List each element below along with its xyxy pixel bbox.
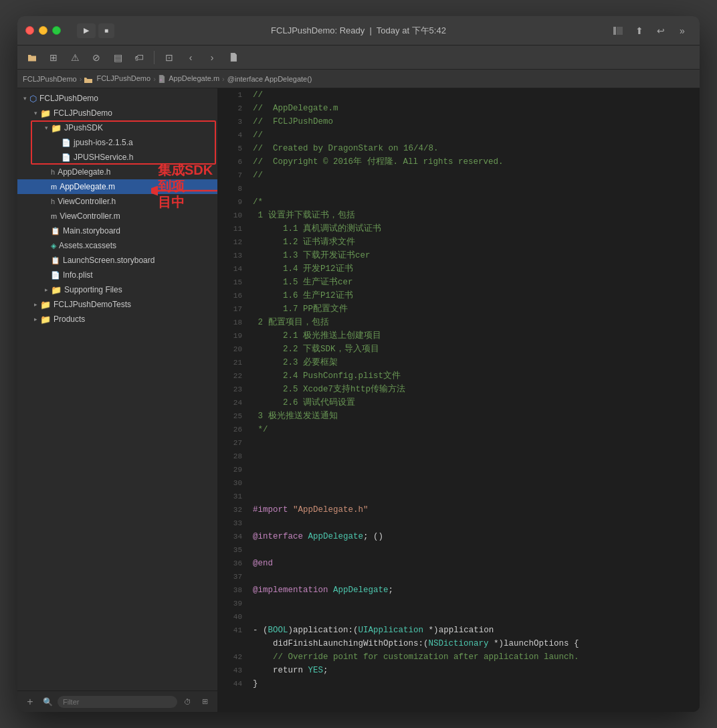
- breadcrumb-4[interactable]: @interface AppDelegate(): [227, 75, 312, 83]
- tree-item-appdelegate-m[interactable]: ▸ m AppDelegate.m: [17, 179, 217, 194]
- sidebar-toggle-btn[interactable]: [609, 22, 627, 39]
- ln-23: 23: [221, 383, 242, 396]
- layout-btn[interactable]: ⊡: [160, 49, 179, 66]
- ln-3: 3: [221, 115, 242, 128]
- ln-24: 24: [221, 396, 242, 410]
- recent-icon[interactable]: ⏱: [180, 695, 195, 709]
- minimize-button[interactable]: [39, 26, 47, 35]
- code-line-12: 1.2 证书请求文件: [253, 236, 686, 249]
- code-line-42: // Override point for customization afte…: [253, 650, 686, 664]
- code-line-20: 2.2 下载SDK，导入项目: [253, 343, 686, 356]
- editor-scrollbar[interactable]: [692, 88, 700, 712]
- code-line-25: 3 极光推送发送通知: [253, 410, 686, 423]
- tree-item-supporting[interactable]: ▸ 📁 Supporting Files: [17, 282, 217, 297]
- ln-43: 43: [221, 664, 242, 677]
- tree-label-group1: FCLJPushDemo: [54, 108, 112, 118]
- code-line-41: - (BOOL)application:(UIApplication *)app…: [253, 624, 686, 637]
- breadcrumb-3[interactable]: m AppDelegate.m: [159, 74, 219, 83]
- tree-item-products[interactable]: ▸ 📁 Products: [17, 312, 217, 327]
- tree-item-appdelegate-h[interactable]: ▸ h AppDelegate.h: [17, 165, 217, 179]
- ln-15: 15: [221, 276, 242, 289]
- tree-item-main-storyboard[interactable]: ▸ 📋 Main.storyboard: [17, 223, 217, 238]
- breadcrumb-1[interactable]: FCLJPushDemo: [23, 75, 77, 83]
- ln-17: 17: [221, 302, 242, 316]
- code-line-44: }: [253, 677, 686, 691]
- grid-btn[interactable]: ▤: [108, 49, 127, 66]
- tree-item-jpushsdk[interactable]: ▾ 📁 JPushSDK: [17, 120, 217, 135]
- tree-item-jpush-lib[interactable]: ▸ 📄 jpush-ios-2.1.5.a: [17, 135, 217, 150]
- tree-item-jpush-service[interactable]: ▸ 📄 JPUSHService.h: [17, 150, 217, 165]
- enter-btn[interactable]: ↩: [651, 22, 670, 39]
- title-time: Today at 下午5:42: [377, 25, 446, 35]
- line-numbers: 1 2 3 4 5 6 7 8 9 10 11 12 13 14 15 16 1: [218, 88, 247, 712]
- title-bar: FCLJPushDemo: Ready | Today at 下午5:42 ⬆ …: [17, 16, 700, 46]
- tree-item-group1[interactable]: ▾ 📁 FCLJPushDemo: [17, 106, 217, 120]
- editor: 1 2 3 4 5 6 7 8 9 10 11 12 13 14 15 16 1: [218, 88, 700, 712]
- share-btn[interactable]: ⬆: [630, 22, 649, 39]
- warning-btn[interactable]: ⚠: [66, 49, 84, 66]
- code-line-15: 1.5 生产证书cer: [253, 276, 686, 289]
- add-file-btn[interactable]: +: [23, 695, 37, 709]
- tree-label-launchscreen: LaunchScreen.storyboard: [63, 256, 155, 265]
- tree-item-viewcontroller-m[interactable]: ▸ m ViewController.m: [17, 209, 217, 223]
- stop-circle-btn[interactable]: ⊘: [87, 49, 106, 66]
- tree-label-tests: FCLJPushDemoTests: [54, 300, 131, 309]
- stop-button[interactable]: [98, 23, 114, 38]
- code-line-37: [253, 570, 686, 583]
- run-button[interactable]: [77, 23, 96, 38]
- close-button[interactable]: [25, 26, 34, 35]
- sidebar-footer: + 🔍 ⏱ ⊞: [17, 691, 217, 712]
- tree-item-viewcontroller-h[interactable]: ▸ h ViewController.h: [17, 194, 217, 209]
- tree-label-jpush-service: JPUSHService.h: [74, 153, 133, 162]
- folder-btn[interactable]: [23, 49, 41, 66]
- code-content[interactable]: // // AppDelegate.m // FCLJPushDemo // /…: [247, 88, 692, 712]
- ln-40: 40: [221, 610, 242, 624]
- tree-label-assets: Assets.xcassets: [59, 241, 116, 250]
- ln-37: 37: [221, 570, 242, 583]
- code-line-41b: didFinishLaunchingWithOptions:(NSDiction…: [253, 637, 686, 650]
- code-line-30: [253, 476, 686, 490]
- traffic-lights: [25, 26, 61, 35]
- ln-33: 33: [221, 517, 242, 530]
- tree-label-root: FCLJPushDemo: [39, 94, 98, 103]
- ln-21: 21: [221, 356, 242, 369]
- breadcrumb-2[interactable]: FCLJPushDemo: [84, 74, 150, 82]
- tree-item-tests[interactable]: ▸ 📁 FCLJPushDemoTests: [17, 297, 217, 312]
- code-line-38: @implementation AppDelegate;: [253, 583, 686, 597]
- svg-rect-1: [617, 27, 623, 35]
- code-line-10: 1 设置并下载证书，包括: [253, 209, 686, 222]
- tree-item-root[interactable]: ▾ ⬡ FCLJPushDemo: [17, 91, 217, 106]
- ln-41: 41: [221, 624, 242, 637]
- tree-label-appdelegate-h: AppDelegate.h: [58, 167, 110, 177]
- filter-input[interactable]: [58, 696, 177, 708]
- ln-10: 10: [221, 209, 242, 222]
- ln-36: 36: [221, 557, 242, 570]
- ln-38: 38: [221, 583, 242, 597]
- tag-btn[interactable]: 🏷: [130, 49, 148, 66]
- ln-22: 22: [221, 369, 242, 383]
- tree-item-assets[interactable]: ▸ ◈ Assets.xcassets: [17, 238, 217, 253]
- code-line-22: 2.4 PushConfig.plist文件: [253, 369, 686, 383]
- sep-2: ›: [153, 75, 156, 83]
- code-line-13: 1.3 下载开发证书cer: [253, 249, 686, 262]
- file-icon-btn[interactable]: [224, 49, 243, 66]
- more-btn[interactable]: »: [673, 22, 692, 39]
- tree-item-info-plist[interactable]: ▸ 📄 Info.plist: [17, 268, 217, 282]
- code-line-33: [253, 517, 686, 530]
- maximize-button[interactable]: [52, 26, 61, 35]
- prev-btn[interactable]: ‹: [181, 49, 200, 66]
- ln-29: 29: [221, 463, 242, 476]
- code-line-35: [253, 543, 686, 557]
- tree-item-launchscreen[interactable]: ▸ 📋 LaunchScreen.storyboard: [17, 253, 217, 268]
- code-line-18: 2 配置项目，包括: [253, 316, 686, 329]
- next-btn[interactable]: ›: [203, 49, 221, 66]
- tree-label-appdelegate-m: AppDelegate.m: [60, 182, 115, 191]
- add-btn[interactable]: ⊞: [44, 49, 63, 66]
- window-title: FCLJPushDemo: Ready | Today at 下午5:42: [271, 25, 446, 37]
- code-line-8: [253, 182, 686, 195]
- code-line-21: 2.3 必要框架: [253, 356, 686, 369]
- code-line-24: 2.6 调试代码设置: [253, 396, 686, 410]
- code-line-1: //: [253, 88, 686, 102]
- settings-icon[interactable]: ⊞: [197, 695, 212, 709]
- code-line-6: // Copyright © 2016年 付程隆. All rights res…: [253, 155, 686, 169]
